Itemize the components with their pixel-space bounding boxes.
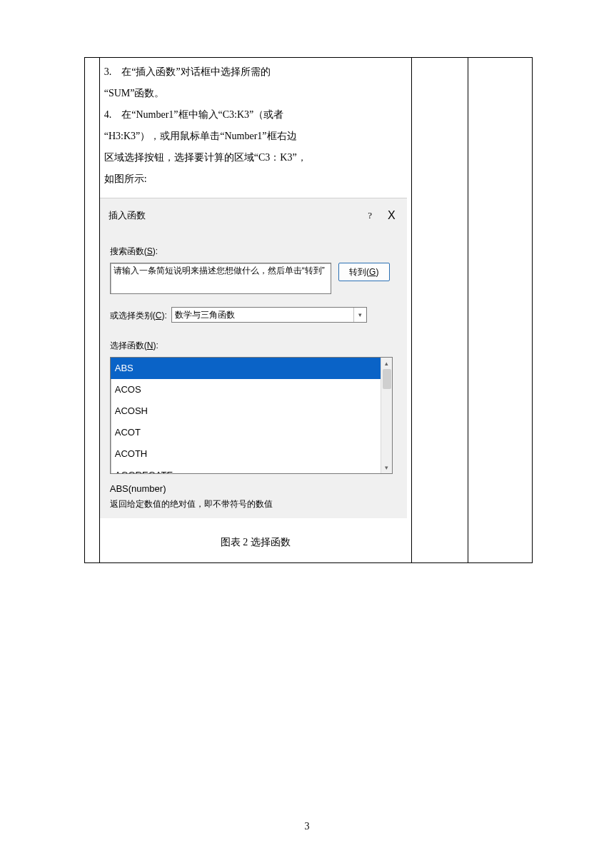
- grid-col4: [468, 58, 532, 563]
- scroll-up-icon[interactable]: ▴: [381, 358, 392, 369]
- grid-col3: [411, 58, 468, 563]
- close-icon[interactable]: X: [388, 204, 396, 227]
- help-icon[interactable]: ?: [368, 206, 372, 225]
- select-function-label: 选择函数(N):: [110, 337, 397, 354]
- figure-caption: 图表 2 选择函数: [104, 533, 407, 552]
- search-function-input[interactable]: 请输入一条简短说明来描述您想做什么，然后单击“转到”: [110, 263, 331, 294]
- grid-col-main: 3. 在“插入函数”对话框中选择所需的 “SUM”函数。 4. 在“Number…: [99, 58, 411, 563]
- step4-line4: 如图所示:: [104, 169, 407, 189]
- dialog-title: 插入函数: [109, 206, 146, 225]
- grid-col1: [85, 58, 100, 563]
- function-signature: ABS(number): [110, 481, 397, 497]
- function-description: ABS(number) 返回给定数值的绝对值，即不带符号的数值: [110, 481, 397, 511]
- step4-line3: 区域选择按钮，选择要计算的区域“C3：K3”，: [104, 148, 407, 168]
- list-item[interactable]: AGGREGATE: [111, 465, 392, 474]
- scroll-thumb[interactable]: [383, 369, 391, 389]
- scrollbar[interactable]: ▴ ▾: [381, 358, 392, 473]
- chevron-down-icon: ▾: [353, 308, 366, 322]
- dialog-titlebar: 插入函数 ? X: [100, 198, 407, 236]
- category-value: 数学与三角函数: [175, 306, 235, 323]
- list-item[interactable]: ACOT: [111, 422, 392, 443]
- list-item[interactable]: ABS: [111, 358, 392, 379]
- doc-grid: 3. 在“插入函数”对话框中选择所需的 “SUM”函数。 4. 在“Number…: [84, 57, 533, 563]
- function-desc-text: 返回给定数值的绝对值，即不带符号的数值: [110, 497, 397, 511]
- list-item[interactable]: ACOSH: [111, 400, 392, 422]
- category-select[interactable]: 数学与三角函数 ▾: [171, 307, 367, 323]
- list-item[interactable]: ACOS: [111, 379, 392, 400]
- step3-number: 3.: [104, 66, 112, 77]
- search-function-label: 搜索函数(S):: [110, 243, 397, 260]
- page-number: 3: [0, 821, 614, 832]
- category-label: 或选择类别(C):: [110, 307, 167, 324]
- step4-number: 4.: [104, 109, 112, 120]
- goto-button[interactable]: 转到(G): [338, 263, 390, 281]
- step3-text2: “SUM”函数。: [104, 84, 407, 104]
- insert-function-dialog: 插入函数 ? X 搜索函数(S): 请输入一条简短说明来描述您想做什么，然后单击…: [100, 198, 407, 518]
- scroll-down-icon[interactable]: ▾: [381, 462, 392, 473]
- list-item[interactable]: ACOTH: [111, 443, 392, 465]
- dialog-body: 搜索函数(S): 请输入一条简短说明来描述您想做什么，然后单击“转到” 转到(G…: [100, 236, 407, 518]
- function-listbox[interactable]: ABS ACOS ACOSH ACOT ACOTH AGGREGATE ARAB…: [110, 357, 393, 474]
- step4-line1: 在“Number1”框中输入“C3:K3”（或者: [121, 109, 283, 120]
- instruction-text: 3. 在“插入函数”对话框中选择所需的 “SUM”函数。 4. 在“Number…: [100, 58, 411, 562]
- step4-line2: “H3:K3”），或用鼠标单击“Number1”框右边: [104, 126, 407, 146]
- step3-text: 在“插入函数”对话框中选择所需的: [121, 66, 270, 77]
